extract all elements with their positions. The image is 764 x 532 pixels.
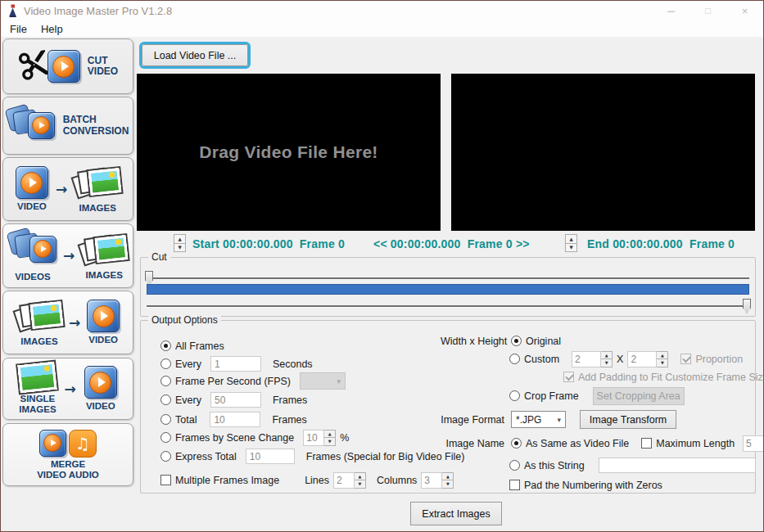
start-slider-track[interactable] bbox=[147, 277, 749, 280]
total-frames-radio[interactable] bbox=[160, 414, 171, 425]
sidebar-item-batch-conversion[interactable]: BATCH CONVERSION bbox=[2, 97, 133, 155]
sidebar-item-label: MERGE VIDEO AUDIO bbox=[37, 459, 99, 480]
spin-up-icon[interactable]: ▲ bbox=[324, 430, 336, 438]
image-transform-button[interactable]: Image Transform bbox=[580, 410, 676, 429]
every-frames-input[interactable] bbox=[210, 392, 261, 408]
maximize-button[interactable]: □ bbox=[689, 1, 726, 20]
spin-down-icon[interactable]: ▼ bbox=[657, 358, 668, 367]
sidebar-item-label-right: IMAGES bbox=[85, 270, 122, 281]
crop-frame-radio[interactable] bbox=[509, 390, 520, 401]
spin-up-icon[interactable]: ▲ bbox=[565, 234, 577, 243]
chevron-down-icon: ▾ bbox=[557, 416, 561, 424]
scene-change-stepper[interactable]: ▲ ▼ bbox=[324, 430, 336, 446]
media-player-icon bbox=[39, 430, 66, 457]
every-frames-suffix: Frames bbox=[273, 394, 307, 406]
end-slider-track[interactable] bbox=[147, 305, 749, 308]
menu-bar: File Help bbox=[1, 20, 763, 37]
maximum-length-checkbox[interactable] bbox=[641, 438, 652, 449]
spin-down-icon[interactable]: ▼ bbox=[442, 480, 454, 489]
media-player-icon bbox=[47, 50, 80, 83]
maximum-length-input[interactable] bbox=[743, 435, 764, 452]
sidebar-item-label-right: VIDEO bbox=[86, 401, 115, 412]
spin-down-icon[interactable]: ▼ bbox=[601, 358, 613, 367]
extract-images-button[interactable]: Extract Images bbox=[410, 502, 502, 525]
sidebar-item-video-to-images[interactable]: VIDEO → IMAGES bbox=[2, 157, 133, 221]
every-frames-label: Every bbox=[175, 394, 201, 406]
spin-up-icon[interactable]: ▲ bbox=[355, 472, 366, 480]
custom-height-input[interactable] bbox=[627, 351, 657, 367]
sidebar-item-merge-video-audio[interactable]: ♫ MERGE VIDEO AUDIO bbox=[2, 423, 133, 486]
same-as-video-radio[interactable] bbox=[511, 438, 522, 449]
menu-file[interactable]: File bbox=[10, 23, 27, 35]
sidebar-item-label-left: SINGLE IMAGES bbox=[19, 394, 56, 415]
custom-width-stepper[interactable]: ▲ ▼ bbox=[601, 351, 613, 367]
custom-width-input[interactable] bbox=[572, 351, 601, 367]
sidebar-item-images-to-video[interactable]: IMAGES → VIDEO bbox=[2, 291, 133, 354]
size-original-label: Original bbox=[526, 336, 561, 347]
lines-stepper[interactable]: ▲ ▼ bbox=[355, 472, 366, 489]
current-time-label[interactable]: << 00:00:00.000 Frame 0 >> bbox=[373, 237, 530, 250]
fps-radio[interactable] bbox=[160, 376, 171, 386]
lines-label: Lines bbox=[305, 475, 329, 486]
image-icon bbox=[18, 361, 57, 393]
total-frames-label: Total bbox=[175, 414, 197, 426]
every-seconds-radio[interactable] bbox=[160, 358, 171, 369]
spin-down-icon[interactable]: ▼ bbox=[565, 243, 577, 253]
image-format-select[interactable]: *.JPG ▾ bbox=[511, 411, 566, 428]
every-seconds-input[interactable] bbox=[210, 356, 261, 372]
spin-up-icon[interactable]: ▲ bbox=[174, 234, 186, 243]
spin-down-icon[interactable]: ▼ bbox=[355, 480, 366, 489]
spin-up-icon[interactable]: ▲ bbox=[442, 472, 454, 480]
size-custom-radio[interactable] bbox=[509, 354, 520, 364]
end-time-stepper[interactable]: ▲ ▼ bbox=[565, 234, 577, 252]
chevron-down-icon: ▾ bbox=[337, 377, 341, 385]
load-video-file-button[interactable]: Load Video File ... bbox=[142, 44, 248, 66]
spin-up-icon[interactable]: ▲ bbox=[657, 351, 668, 359]
express-total-suffix: Frames (Special for Big Video File) bbox=[306, 451, 465, 462]
custom-height-stepper[interactable]: ▲ ▼ bbox=[657, 351, 668, 367]
size-separator-label: X bbox=[617, 354, 623, 365]
express-total-radio[interactable] bbox=[160, 451, 171, 462]
sidebar-item-cut-video[interactable]: CUT VIDEO bbox=[2, 38, 133, 94]
size-original-radio[interactable] bbox=[511, 336, 522, 346]
as-this-string-input[interactable] bbox=[599, 458, 756, 473]
every-frames-radio[interactable] bbox=[160, 394, 171, 405]
total-frames-input[interactable] bbox=[210, 412, 260, 427]
as-this-string-radio[interactable] bbox=[509, 460, 520, 471]
all-frames-radio[interactable] bbox=[160, 340, 171, 351]
every-seconds-label: Every bbox=[175, 358, 201, 370]
spin-down-icon[interactable]: ▼ bbox=[324, 437, 336, 446]
columns-stepper[interactable]: ▲ ▼ bbox=[442, 472, 454, 489]
media-player-icon bbox=[87, 300, 120, 332]
lines-input[interactable] bbox=[333, 472, 355, 489]
express-total-label: Express Total bbox=[175, 451, 237, 462]
multiple-frames-label: Multiple Frames Image bbox=[175, 475, 279, 486]
express-total-input[interactable] bbox=[246, 449, 295, 464]
sidebar-item-label-right: VIDEO bbox=[88, 335, 118, 345]
images-stack-icon bbox=[75, 165, 120, 201]
menu-help[interactable]: Help bbox=[41, 23, 63, 35]
sidebar-item-label-left: VIDEO bbox=[17, 201, 47, 212]
total-frames-suffix: Frames bbox=[272, 414, 306, 426]
drag-video-placeholder: Drag Video File Here! bbox=[199, 142, 377, 162]
cut-range-bar bbox=[147, 284, 749, 295]
close-button[interactable]: × bbox=[726, 1, 763, 20]
columns-input[interactable] bbox=[421, 472, 442, 489]
start-time-stepper[interactable]: ▲ ▼ bbox=[174, 234, 186, 252]
media-player-icon bbox=[16, 166, 48, 199]
multiple-frames-checkbox[interactable] bbox=[160, 475, 171, 485]
end-slider-thumb[interactable] bbox=[743, 299, 751, 313]
sidebar-item-videos-to-images[interactable]: VIDEOS → IMAGES bbox=[2, 223, 133, 288]
scene-change-input[interactable] bbox=[303, 430, 324, 446]
spin-up-icon[interactable]: ▲ bbox=[601, 351, 613, 359]
scene-change-radio[interactable] bbox=[160, 432, 171, 443]
minimize-button[interactable]: ─ bbox=[653, 1, 689, 20]
window-controls: ─ □ × bbox=[653, 1, 763, 20]
sidebar-item-single-images-to-video[interactable]: SINGLE IMAGES → VIDEO bbox=[2, 358, 133, 420]
size-custom-label: Custom bbox=[524, 354, 559, 365]
source-preview-panel[interactable]: Drag Video File Here! bbox=[137, 74, 441, 231]
add-padding-label: Add Padding to Fit Customize Frame Size bbox=[578, 372, 764, 383]
pad-numbering-checkbox[interactable] bbox=[509, 480, 520, 490]
spin-down-icon[interactable]: ▼ bbox=[174, 243, 186, 253]
cut-group-title: Cut bbox=[148, 251, 170, 263]
